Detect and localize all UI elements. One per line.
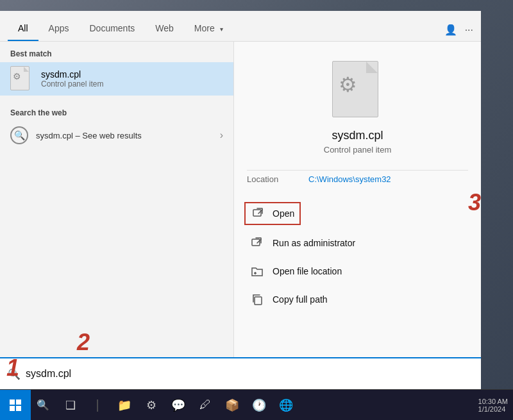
web-search-label: Search the web	[0, 101, 233, 121]
location-value[interactable]: C:\Windows\system32	[308, 174, 391, 184]
taskbar: 🔍 ❑ | 📁 ⚙ 💬 🖊 📦 🕐 🌐 10:30 AM1/1/2024	[0, 389, 513, 420]
system-clock: 10:30 AM1/1/2024	[478, 398, 508, 413]
app-big-icon: ⚙	[332, 61, 383, 119]
taskbar-task-view[interactable]: ❑	[58, 390, 83, 421]
tab-all[interactable]: All	[8, 17, 38, 41]
best-match-item[interactable]: ⚙ sysdm.cpl Control panel item	[0, 62, 233, 96]
svg-rect-7	[10, 406, 15, 411]
taskbar-file-explorer[interactable]: 📁	[112, 390, 137, 421]
ellipsis-icon[interactable]: ···	[465, 24, 473, 36]
taskbar-search-icon[interactable]: 🔍	[31, 390, 55, 421]
gear-overlay-icon: ⚙	[13, 71, 21, 81]
more-dropdown-arrow: ▾	[220, 26, 223, 33]
best-match-title: sysdm.cpl	[41, 69, 103, 80]
run-admin-icon	[249, 235, 265, 251]
app-type-label: Control panel item	[324, 145, 392, 155]
tab-documents[interactable]: Documents	[79, 17, 145, 41]
tab-apps[interactable]: Apps	[38, 17, 80, 41]
big-gear-icon: ⚙	[339, 72, 357, 97]
right-panel: ⚙ sysdm.cpl Control panel item Location …	[234, 42, 481, 389]
step-3-label: 3	[468, 189, 481, 216]
svg-rect-8	[16, 406, 21, 411]
open-action-highlight-box: Open	[244, 202, 301, 225]
step-2-label: 2	[77, 329, 90, 356]
search-box-container: 🔍	[0, 357, 481, 389]
tab-more[interactable]: More ▾	[184, 17, 233, 41]
best-match-text: sysdm.cpl Control panel item	[41, 69, 103, 88]
taskbar-messenger[interactable]: 💬	[165, 390, 191, 421]
web-search-item[interactable]: 🔍 sysdm.cpl – See web results ›	[0, 121, 233, 149]
best-match-subtitle: Control panel item	[41, 80, 103, 88]
action-copy-path-label: Copy full path	[273, 294, 328, 305]
main-content: Best match ⚙ sysdm.cpl Control panel ite…	[0, 42, 481, 389]
action-open-label: Open	[273, 208, 294, 219]
location-label: Location	[247, 174, 298, 184]
web-result-arrow-icon: ›	[220, 130, 223, 141]
taskbar-settings[interactable]: ⚙	[139, 390, 164, 421]
cpl-file-icon: ⚙	[10, 67, 33, 90]
web-search-suffix: – See web results	[75, 131, 141, 140]
svg-rect-4	[255, 297, 262, 305]
left-panel: Best match ⚙ sysdm.cpl Control panel ite…	[0, 42, 234, 389]
tab-web[interactable]: Web	[145, 17, 184, 41]
app-name-heading: sysdm.cpl	[332, 129, 383, 142]
taskbar-line[interactable]: 📦	[219, 390, 245, 421]
action-open-location-label: Open file location	[273, 266, 342, 276]
web-section: Search the web 🔍 sysdm.cpl – See web res…	[0, 101, 233, 149]
search-panel: All Apps Documents Web More ▾ 👤 ··· Best…	[0, 11, 481, 389]
open-icon	[251, 206, 266, 221]
taskbar-clock[interactable]: 🕐	[246, 390, 272, 421]
copy-icon	[249, 292, 265, 307]
action-copy-full-path[interactable]: Copy full path	[247, 285, 468, 314]
action-run-admin-label: Run as administrator	[273, 238, 355, 248]
taskbar-separator: |	[85, 390, 110, 421]
svg-rect-5	[10, 399, 15, 405]
action-open[interactable]: Open	[247, 198, 468, 229]
location-row: Location C:\Windows\system32	[247, 170, 468, 188]
best-match-label: Best match	[0, 42, 233, 62]
user-icon[interactable]: 👤	[444, 24, 457, 36]
search-circle-icon: 🔍	[10, 126, 28, 144]
start-button[interactable]	[0, 390, 31, 421]
taskbar-photoshop[interactable]: 🖊	[192, 390, 218, 421]
taskbar-chrome[interactable]: 🌐	[273, 390, 299, 421]
web-result-text: sysdm.cpl – See web results	[36, 131, 212, 140]
folder-icon	[249, 264, 265, 279]
taskbar-system-tray: 10:30 AM1/1/2024	[478, 398, 513, 413]
step-1-label: 1	[6, 355, 19, 382]
action-open-file-location[interactable]: Open file location	[247, 257, 468, 285]
search-input[interactable]	[26, 368, 473, 380]
svg-rect-0	[253, 210, 261, 216]
taskbar-icons: ❑ | 📁 ⚙ 💬 🖊 📦 🕐 🌐	[58, 390, 299, 421]
action-run-as-admin[interactable]: Run as administrator	[247, 229, 468, 257]
action-list: Open Run as administrator	[247, 198, 468, 314]
svg-rect-6	[16, 399, 21, 405]
tab-bar: All Apps Documents Web More ▾ 👤 ···	[0, 11, 481, 42]
svg-rect-1	[252, 239, 260, 246]
tab-bar-actions: 👤 ···	[444, 24, 473, 41]
